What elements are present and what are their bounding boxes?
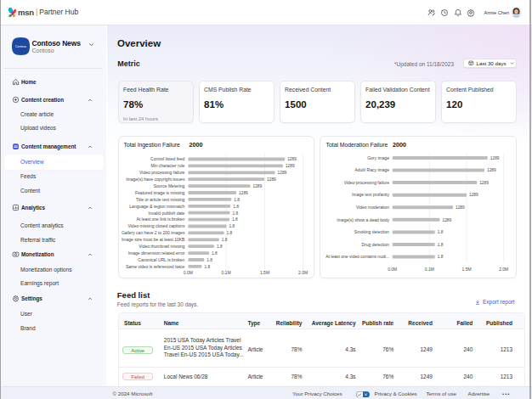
svg-text:1.8: 1.8 bbox=[232, 211, 238, 215]
svg-text:Image dimension related error: Image dimension related error bbox=[127, 250, 184, 255]
svg-text:1.8: 1.8 bbox=[216, 244, 222, 249]
svg-text:Title or article text missing: Title or article text missing bbox=[135, 196, 184, 201]
svg-text:Video moderation: Video moderation bbox=[356, 205, 389, 210]
svg-text:1.8: 1.8 bbox=[204, 264, 210, 268]
svg-text:1289: 1289 bbox=[252, 183, 262, 188]
svg-text:Invalid publish date: Invalid publish date bbox=[148, 210, 184, 215]
svg-text:1.8: 1.8 bbox=[226, 231, 232, 235]
svg-text:Image(s) show a dead body: Image(s) show a dead body bbox=[337, 216, 390, 222]
svg-text:0.0M: 0.0M bbox=[183, 270, 192, 275]
svg-text:2000: 2000 bbox=[189, 140, 202, 148]
svg-text:Featured image is missing: Featured image is missing bbox=[135, 189, 185, 194]
svg-text:Image(s) have copyright issues: Image(s) have copyright issues bbox=[126, 177, 185, 182]
svg-text:1289: 1289 bbox=[267, 177, 276, 182]
svg-text:Gory image: Gory image bbox=[367, 155, 389, 160]
svg-text:At least one link is broken: At least one link is broken bbox=[136, 216, 184, 222]
svg-text:Video processing failure: Video processing failure bbox=[344, 179, 389, 184]
svg-text:1289: 1289 bbox=[443, 217, 452, 222]
svg-text:0.1M: 0.1M bbox=[425, 267, 434, 272]
svg-text:Min character rule: Min character rule bbox=[150, 163, 184, 168]
svg-text:0.1M: 0.1M bbox=[221, 270, 230, 275]
svg-text:Drug detection: Drug detection bbox=[362, 241, 390, 246]
svg-text:Contoso: Contoso bbox=[14, 45, 25, 48]
svg-text:2.0M: 2.0M bbox=[298, 270, 308, 275]
svg-text:Language & region mismatch: Language & region mismatch bbox=[129, 203, 184, 208]
svg-text:1.8: 1.8 bbox=[221, 238, 227, 242]
svg-text:1289: 1289 bbox=[490, 155, 500, 160]
svg-text:1.5M: 1.5M bbox=[260, 270, 269, 275]
svg-text:Canonical URL is broken: Canonical URL is broken bbox=[138, 256, 184, 261]
svg-text:1.8: 1.8 bbox=[233, 204, 239, 208]
svg-text:Video missing closed captions: Video missing closed captions bbox=[127, 223, 184, 228]
svg-text:1289: 1289 bbox=[285, 164, 294, 168]
svg-text:1.8: 1.8 bbox=[212, 250, 218, 255]
svg-text:2.0M: 2.0M bbox=[499, 267, 508, 272]
svg-text:Total Ingestion Failure: Total Ingestion Failure bbox=[123, 141, 179, 148]
svg-text:1.8: 1.8 bbox=[234, 197, 240, 201]
svg-text:0.0M: 0.0M bbox=[388, 267, 397, 272]
svg-text:2000: 2000 bbox=[393, 140, 406, 148]
svg-text:Image text profanity: Image text profanity bbox=[352, 192, 389, 197]
svg-text:Video processing failure: Video processing failure bbox=[139, 170, 184, 175]
svg-text:1.8: 1.8 bbox=[232, 217, 238, 222]
svg-text:1.8: 1.8 bbox=[438, 255, 444, 259]
svg-text:1.8: 1.8 bbox=[229, 224, 235, 228]
svg-text:Video thumbnail missing: Video thumbnail missing bbox=[139, 244, 184, 249]
svg-text:1289: 1289 bbox=[469, 193, 478, 197]
svg-text:1289: 1289 bbox=[456, 205, 465, 210]
svg-text:Total Moderation Failure: Total Moderation Failure bbox=[326, 141, 388, 147]
svg-text:1.8: 1.8 bbox=[438, 230, 444, 234]
svg-text:Source Metering: Source Metering bbox=[153, 183, 184, 188]
svg-text:Control listed feed: Control listed feed bbox=[150, 156, 185, 161]
svg-text:1289: 1289 bbox=[239, 190, 248, 194]
svg-text:Smoking detection: Smoking detection bbox=[354, 229, 389, 234]
svg-text:Same video is referenced twice: Same video is referenced twice bbox=[126, 263, 185, 268]
svg-text:1289: 1289 bbox=[487, 168, 496, 172]
svg-text:1289: 1289 bbox=[287, 157, 297, 161]
svg-text:1.8: 1.8 bbox=[207, 257, 212, 261]
svg-text:Image size must be at least 10: Image size must be at least 10KB bbox=[122, 237, 185, 242]
svg-text:1289: 1289 bbox=[277, 171, 286, 175]
svg-text:Adult/ Racy image: Adult/ Racy image bbox=[355, 167, 390, 172]
svg-text:1.8: 1.8 bbox=[438, 242, 444, 246]
svg-text:1.5M: 1.5M bbox=[462, 267, 472, 272]
svg-text:1289: 1289 bbox=[479, 180, 489, 184]
svg-text:Gallery can have 2 to 200 imag: Gallery can have 2 to 200 images bbox=[121, 230, 184, 235]
svg-text:At least one video contains nu: At least one video contains nudi... bbox=[326, 254, 390, 259]
